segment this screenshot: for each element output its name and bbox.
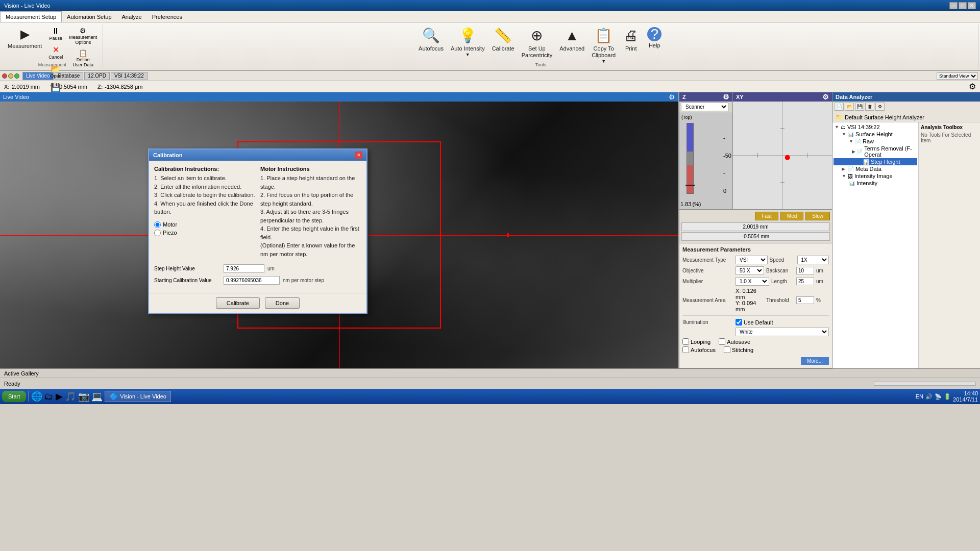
- calibration-form: Step Height Value um Starting Calibratio…: [154, 264, 361, 285]
- calibration-dialog: Calibration ✕ Calibration Instructions: …: [148, 148, 368, 314]
- measurement-icon: ▶: [20, 27, 30, 42]
- dialog-overlay: Calibration ✕ Calibration Instructions: …: [0, 92, 980, 368]
- calibrate-action-btn[interactable]: Calibrate: [216, 297, 260, 309]
- taskbar-music-icon[interactable]: 🎵: [65, 391, 76, 402]
- menu-bar: Measurement Setup Automation Setup Analy…: [0, 11, 980, 22]
- calibrate-btn[interactable]: 📏 Calibrate: [489, 25, 518, 54]
- motor-instructions-text: 1. Place a step height standard on the s…: [260, 174, 361, 258]
- menu-analyze[interactable]: Analyze: [117, 11, 147, 22]
- done-btn[interactable]: Done: [265, 297, 300, 309]
- motor-radio[interactable]: [154, 221, 161, 228]
- measurement-group-label: Measurement: [2, 62, 103, 67]
- z-coordinate: Z: -1304.8258 μm: [97, 84, 143, 90]
- ribbon-group-tools: 🔍 Autofocus 💡 Auto Intensity ▼ 📏 Calibra…: [103, 24, 978, 68]
- step-height-input[interactable]: [224, 264, 264, 273]
- main-content: Live Video ⚙: [0, 92, 980, 368]
- instructions-text: 1. Select an item to calibrate. 2. Enter…: [154, 174, 255, 216]
- taskbar-ie-icon[interactable]: 🌐: [31, 391, 42, 402]
- autofocus-icon: 🔍: [422, 27, 440, 44]
- taskbar-media-icon[interactable]: ▶: [56, 391, 63, 402]
- minimize-btn[interactable]: −: [949, 2, 958, 9]
- taskbar-vision-app[interactable]: 🔷 Vision - Live Video: [105, 391, 171, 402]
- start-button[interactable]: Start: [2, 391, 26, 402]
- measurement-btn[interactable]: ▶ Measurement: [5, 25, 45, 52]
- clock: 14:40 2014/7/11: [953, 390, 978, 403]
- starting-cal-input[interactable]: [224, 276, 280, 285]
- advanced-btn[interactable]: ▲ Advanced: [556, 25, 587, 54]
- instructions-column: Calibration Instructions: 1. Select an i…: [154, 166, 255, 258]
- active-gallery-bar: Active Gallery: [0, 368, 980, 378]
- starting-cal-row: Starting Calibration Value nm per motor …: [154, 276, 361, 285]
- print-icon: 🖨: [624, 27, 638, 44]
- dialog-columns: Calibration Instructions: 1. Select an i…: [154, 166, 361, 258]
- window-controls: − □ ✕: [949, 2, 976, 9]
- motor-instructions-column: Motor Instructions 1. Place a step heigh…: [260, 166, 361, 258]
- vsi-tab[interactable]: VSI 14:39:22: [111, 72, 148, 80]
- step-height-row: Step Height Value um: [154, 264, 361, 273]
- taskbar-pc-icon[interactable]: 💻: [91, 391, 103, 402]
- parcentricity-icon: ⊕: [531, 27, 543, 44]
- coordinate-bar: X: 2.0019 mm Y: -0.5054 mm Z: -1304.8258…: [0, 81, 980, 92]
- copy-to-clipboard-btn[interactable]: 📋 Copy To Clipboard ▼: [589, 25, 619, 66]
- calibration-dialog-titlebar: Calibration ✕: [149, 149, 366, 161]
- calibrate-icon: 📏: [494, 27, 512, 44]
- cancel-btn[interactable]: ✕ Cancel: [46, 43, 65, 61]
- menu-measurement-setup[interactable]: Measurement Setup: [0, 11, 62, 22]
- bottom-status-bar: Ready: [0, 378, 980, 389]
- ribbon-toolbar: ▶ Measurement ⏸ Pause ✕ Cancel 📂 Open 💾: [0, 22, 980, 71]
- menu-preferences[interactable]: Preferences: [147, 11, 187, 22]
- autofocus-btn[interactable]: 🔍 Autofocus: [415, 25, 447, 54]
- piezo-radio[interactable]: [154, 230, 161, 236]
- taskbar-explorer-icon[interactable]: 🗂: [44, 391, 54, 402]
- auto-intensity-icon: 💡: [459, 27, 477, 44]
- dialog-footer: Calibrate Done: [149, 293, 366, 313]
- clipboard-icon: 📋: [595, 27, 612, 44]
- ribbon-group-measurement: ▶ Measurement ⏸ Pause ✕ Cancel 📂 Open 💾: [2, 24, 103, 68]
- piezo-radio-item[interactable]: Piezo: [154, 230, 255, 236]
- measurement-options-btn[interactable]: ⚙ Measurement Options: [66, 25, 100, 46]
- menu-automation-setup[interactable]: Automation Setup: [62, 11, 116, 22]
- motor-radio-item[interactable]: Motor: [154, 221, 255, 228]
- view-selector[interactable]: Standard View: [937, 72, 978, 80]
- help-icon: ?: [647, 27, 662, 41]
- print-btn[interactable]: 🖨 Print: [620, 25, 642, 54]
- close-btn[interactable]: ✕: [968, 2, 976, 9]
- tools-group-label: Tools: [103, 62, 978, 67]
- settings-gear-icon[interactable]: ⚙: [969, 82, 976, 91]
- dialog-close-btn[interactable]: ✕: [355, 152, 362, 159]
- auto-intensity-btn[interactable]: 💡 Auto Intensity ▼: [448, 25, 488, 60]
- help-btn[interactable]: ? Help: [643, 25, 666, 51]
- taskbar-vision-icon: 🔷: [109, 392, 118, 400]
- taskbar-camera-icon[interactable]: 📷: [78, 391, 89, 402]
- maximize-btn[interactable]: □: [959, 2, 967, 9]
- taskbar: Start 🌐 🗂 ▶ 🎵 📷 💻 🔷 Vision - Live Video …: [0, 389, 980, 404]
- set-up-parcentricity-btn[interactable]: ⊕ Set Up Parcentricity: [519, 25, 556, 61]
- dialog-body: Calibration Instructions: 1. Select an i…: [149, 161, 366, 293]
- pause-btn[interactable]: ⏸ Pause: [46, 25, 65, 42]
- window-title: Vision - Live Video: [4, 3, 51, 9]
- progress-bar: [874, 382, 976, 386]
- taskbar-divider: [28, 391, 29, 402]
- advanced-icon: ▲: [565, 27, 579, 44]
- taskbar-right: EN 🔊 📡 🔋 14:40 2014/7/11: [916, 390, 978, 403]
- title-bar: Vision - Live Video − □ ✕: [0, 0, 980, 11]
- cal-type-radio: Motor Piezo: [154, 221, 255, 236]
